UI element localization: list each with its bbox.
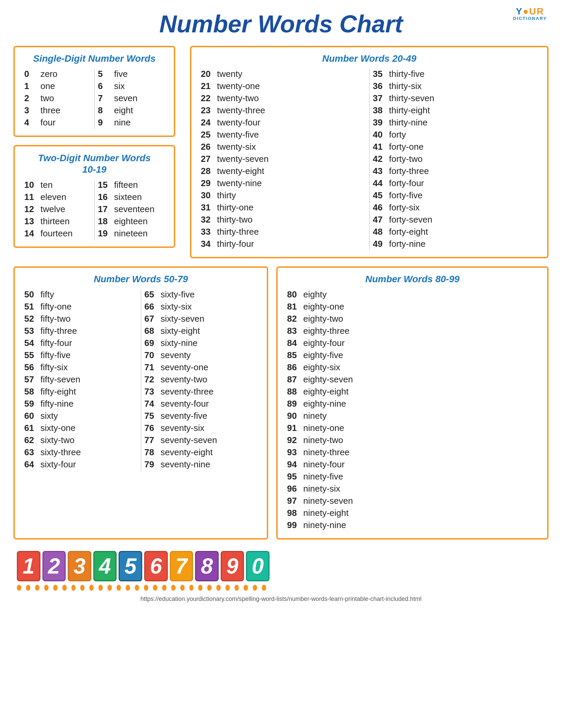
number-row: 90ninety: [287, 411, 377, 421]
number-digit: 37: [373, 93, 389, 104]
number-row: 53fifty-three: [24, 326, 137, 336]
number-row: 74seventy-four: [145, 399, 258, 409]
number-digit: 65: [145, 289, 161, 300]
number-row: 39thirty-nine: [373, 117, 538, 128]
number-digit: 93: [287, 447, 303, 458]
decorative-dot: [180, 585, 185, 591]
number-row: 67sixty-seven: [145, 314, 258, 324]
number-word: fifty: [40, 289, 54, 300]
nw2049-col2: 35thirty-five36thirty-six37thirty-seven3…: [371, 69, 540, 251]
number-word: ninety-nine: [303, 520, 346, 530]
number-word: eighty-nine: [303, 399, 346, 409]
number-digit: 96: [287, 484, 303, 494]
number-digit: 19: [98, 228, 114, 239]
number-row: 44forty-four: [373, 178, 538, 188]
decorative-dot: [207, 585, 212, 591]
number-word: fifty-three: [40, 326, 77, 336]
number-row: 33thirty-three: [201, 227, 366, 237]
logo-y: Y: [516, 6, 523, 17]
number-row: 94ninety-four: [287, 459, 377, 470]
single-digit-col2: 5five6six7seven8eight9nine: [96, 69, 167, 129]
number-row: 96ninety-six: [287, 484, 377, 494]
number-digit: 87: [287, 374, 303, 385]
two-digit-divider: [94, 180, 95, 240]
decorative-dot: [35, 585, 39, 591]
number-word: sixty-six: [161, 301, 192, 312]
decorative-dot: [189, 585, 194, 591]
number-row: 99ninety-nine: [287, 520, 377, 530]
number-row: 46forty-six: [373, 202, 538, 213]
number-word: thirty-five: [389, 69, 425, 79]
logo-your: Y●UR: [511, 7, 549, 16]
number-row: 17seventeen: [98, 204, 165, 214]
nw2049-box: Number Words 20-49 20twenty21twenty-one2…: [190, 46, 549, 258]
number-digit: 98: [287, 508, 303, 518]
number-digit: 72: [145, 374, 161, 385]
number-word: twenty-three: [217, 105, 265, 116]
number-digit: 54: [24, 338, 40, 348]
number-word: seven: [114, 93, 137, 104]
two-digit-title: Two-Digit Number Words10-19: [22, 152, 166, 175]
number-digit: 91: [287, 423, 303, 433]
decorative-dot: [198, 585, 202, 591]
number-digit: 15: [98, 180, 114, 190]
number-digit: 83: [287, 326, 303, 336]
number-row: 52fifty-two: [24, 314, 137, 324]
number-word: sixty-four: [40, 459, 76, 470]
number-digit: 89: [287, 399, 303, 409]
number-digit: 34: [201, 239, 217, 249]
number-digit: 81: [287, 301, 303, 312]
number-word: eight: [114, 105, 133, 116]
number-word: eighty-seven: [303, 374, 353, 385]
bottom-row: Number Words 50-79 50fifty51fifty-one52f…: [13, 266, 549, 540]
number-word: ninety-five: [303, 471, 343, 482]
number-row: 85eighty-five: [287, 350, 377, 360]
number-word: fifty-nine: [40, 399, 73, 409]
number-digit: 6: [98, 81, 114, 91]
number-digit: 31: [201, 202, 217, 213]
number-row: 35thirty-five: [373, 69, 538, 79]
number-digit: 57: [24, 374, 40, 385]
number-row: 47forty-seven: [373, 214, 538, 225]
number-word: two: [40, 93, 54, 104]
number-row: 34thirty-four: [201, 239, 366, 249]
number-row: 77seventy-seven: [145, 435, 258, 445]
decorative-dot: [162, 585, 166, 591]
number-word: twenty-five: [217, 129, 259, 140]
number-digit: 12: [24, 204, 40, 214]
number-word: fifty-six: [40, 362, 68, 373]
nw2049-grid: 20twenty21twenty-one22twenty-two23twenty…: [199, 69, 540, 251]
decorative-dot: [17, 585, 21, 591]
number-row: 37thirty-seven: [373, 93, 538, 104]
number-word: twenty-eight: [217, 166, 264, 176]
number-digit: 94: [287, 459, 303, 470]
number-word: forty-nine: [389, 239, 426, 249]
nw5079-col2: 65sixty-five66sixty-six67sixty-seven68si…: [143, 289, 260, 471]
number-row: 83eighty-three: [287, 326, 377, 336]
number-digit: 73: [145, 386, 161, 397]
number-digit: 7: [98, 93, 114, 104]
number-row: 32thirty-two: [201, 214, 366, 225]
number-word: fifteen: [114, 180, 138, 190]
decorative-dot: [53, 585, 58, 591]
number-row: 66sixty-six: [145, 301, 258, 312]
number-row: 55fifty-five: [24, 350, 137, 360]
number-word: eighty-three: [303, 326, 349, 336]
number-row: 36thirty-six: [373, 81, 538, 91]
number-word: forty-eight: [389, 227, 428, 237]
single-digit-box: Single-Digit Number Words 0zero1one2two3…: [13, 46, 175, 137]
logo-dictionary: DICTIONARY: [511, 16, 549, 21]
number-digit: 66: [145, 301, 161, 312]
nw2049-divider: [369, 69, 370, 251]
decorative-dot: [235, 585, 239, 591]
number-row: 27twenty-seven: [201, 154, 366, 164]
number-digit: 45: [373, 190, 389, 201]
nw8099-col1: 80eighty81eighty-one82eighty-two83eighty…: [285, 289, 379, 532]
logo: Y●UR DICTIONARY: [511, 7, 549, 27]
logo-text: Y●UR DICTIONARY: [511, 7, 549, 21]
number-digit: 61: [24, 423, 40, 433]
number-digit: 11: [24, 192, 40, 202]
number-digit: 30: [201, 190, 217, 201]
number-row: 29twenty-nine: [201, 178, 366, 188]
number-word: ninety-three: [303, 447, 349, 458]
